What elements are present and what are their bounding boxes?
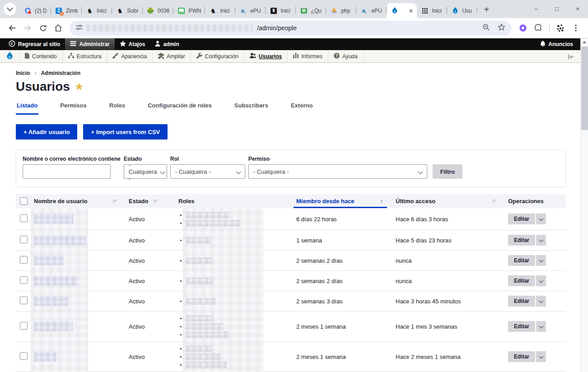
edit-dropdown-toggle[interactable] [536,214,546,224]
edit-dropdown-toggle[interactable] [536,321,546,332]
tab-configuracion-de-roles[interactable]: Configuración de roles [147,99,213,115]
browser-tab[interactable]: Usu [447,3,477,18]
row-checkbox[interactable] [20,236,28,243]
header-last-access[interactable]: Último acceso [393,194,504,208]
tab-externo[interactable]: Externo [290,99,313,115]
tab-subscribers[interactable]: Subscribers [233,99,269,115]
manage-menu-item[interactable]: Administrar [65,38,114,50]
back-icon[interactable] [5,20,20,36]
browser-tab[interactable]: PWN [173,3,205,18]
browser-tab[interactable]: (2) D [20,3,51,18]
browser-tab[interactable]: e,ePU [235,3,266,18]
row-checkbox[interactable] [20,352,28,360]
hamburger-icon [70,41,76,47]
close-tab-icon[interactable]: × [409,7,413,14]
menubar-item-ampliar[interactable]: Ampliar [152,50,191,62]
browser-tab[interactable]: ♞Inici [82,3,112,18]
home-icon[interactable] [51,20,66,36]
profile-avatar[interactable] [553,20,568,36]
shortcuts-menu-item[interactable]: Atajos [115,38,150,50]
header-username[interactable]: Nombre de usuario [31,194,124,208]
close-button[interactable]: × [567,5,588,12]
breadcrumb-admin-link[interactable]: Administración [41,70,80,76]
scrollbar[interactable] [580,38,588,372]
browser-tab[interactable]: ¿Qu [296,3,326,18]
edit-button[interactable]: Editar [508,275,535,286]
filter-submit-button[interactable]: Filtro [433,164,463,179]
tab-label: ePU [250,8,261,14]
menubar-item-contenido[interactable]: Contenido [19,50,62,62]
edit-dropdown-toggle[interactable] [536,351,546,362]
edit-button[interactable]: Editar [508,235,535,246]
tab-roles[interactable]: Roles [108,99,126,115]
header-estado[interactable]: Estado [124,194,174,208]
add-user-button[interactable]: + Añadir usuario [16,124,77,140]
maximize-button[interactable]: □ [546,5,567,12]
permiso-select[interactable]: - Cualquiera - [248,164,427,179]
browser-tab[interactable]: e,ePU [356,3,387,18]
castle-icon: ♜ [270,7,277,14]
menubar-item-configuracion[interactable]: Configuración [191,50,244,62]
header-member-since-sorted[interactable]: Miembro desde hace↑ [294,194,393,208]
rol-select[interactable]: - Cualquiera - [170,164,245,179]
scrollbar-up-arrow[interactable] [581,38,588,46]
estado-select[interactable]: - Cualquiera - [124,164,167,179]
import-users-csv-button[interactable]: + Import users from CSV [83,124,168,140]
address-bar[interactable]: /admin/people [70,21,512,36]
edit-button[interactable]: Editar [508,255,535,266]
announcements-link[interactable]: Anuncios [540,41,580,48]
name-email-filter-input[interactable] [23,164,111,179]
breadcrumb-home-link[interactable]: Inicio [16,70,30,76]
browser-tab-active[interactable]: × [387,3,417,18]
browser-tab[interactable]: 0036 [143,3,174,18]
back-circle-icon [9,40,15,48]
edit-button[interactable]: Editar [508,214,535,224]
menubar-item-ayuda[interactable]: Ayuda [328,50,364,62]
select-all-checkbox[interactable] [20,197,28,205]
edit-button[interactable]: Editar [508,296,535,307]
back-to-site-link[interactable]: Regresar al sitio [4,38,65,50]
edit-dropdown-toggle[interactable] [536,255,546,266]
edit-dropdown-toggle[interactable] [536,235,546,246]
redacted-username [34,256,64,265]
edit-dropdown-toggle[interactable] [536,275,546,286]
zoom-out-icon[interactable] [482,23,490,33]
tab-listado[interactable]: Listado [16,99,38,115]
roles-list [178,278,294,284]
extensions-puzzle-icon[interactable] [531,20,546,36]
shortcut-star-icon[interactable]: ★ [75,81,84,92]
menubar-item-informes[interactable]: Informes [287,50,328,62]
tab-permisos[interactable]: Permisos [59,99,88,115]
browser-tab[interactable]: ♞Inici [205,3,235,18]
browser-tab[interactable]: Z9+Zimb [51,3,82,18]
new-tab-button[interactable]: + [480,3,493,16]
redacted-role [186,237,211,244]
menubar-item-usuarios[interactable]: Usuarios [244,50,287,62]
menubar-item-apariencia[interactable]: Apariencia [107,50,152,62]
reload-icon[interactable] [35,20,51,36]
site-info-icon[interactable] [76,24,83,33]
menu-kebab-icon[interactable] [568,20,583,36]
tab-search-button[interactable] [4,3,16,15]
redacted-role [186,353,220,360]
row-checkbox[interactable] [20,256,28,264]
minimize-button[interactable]: – [526,5,546,12]
menubar-item-estructura[interactable]: Estructura [62,50,107,62]
browser-tab[interactable]: ♜Inici [266,3,296,18]
browser-tab[interactable]: Inici [417,3,447,18]
browser-tab[interactable]: ♞Sobr [112,3,142,18]
admin-user-menu-item[interactable]: admin [150,38,184,50]
browser-tab[interactable]: PMAphp [326,3,356,18]
row-checkbox[interactable] [20,297,28,304]
edit-button[interactable]: Editar [508,351,535,362]
scrollbar-thumb[interactable] [581,46,588,130]
collapse-toolbar-icon[interactable] [568,53,574,61]
extension-gear-icon[interactable] [515,20,531,36]
bookmark-star-icon[interactable] [498,23,505,33]
edit-dropdown-toggle[interactable] [536,296,546,307]
row-checkbox[interactable] [20,322,28,330]
edit-button[interactable]: Editar [508,321,535,332]
row-checkbox[interactable] [20,276,28,284]
forward-icon[interactable] [20,20,35,36]
row-checkbox[interactable] [20,214,28,222]
